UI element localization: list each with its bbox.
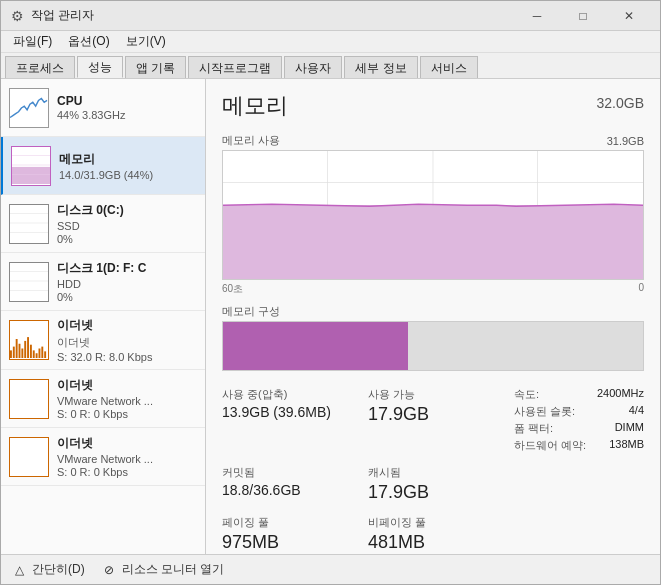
svg-rect-26 xyxy=(39,349,41,359)
cached-value: 17.9GB xyxy=(368,482,498,503)
ethernet3-mini-chart xyxy=(9,437,49,477)
svg-rect-18 xyxy=(16,339,18,358)
committed-label: 커밋됨 xyxy=(222,465,352,480)
bottombar: △ 간단히(D) ⊘ 리소스 모니터 열기 xyxy=(1,554,660,584)
svg-rect-27 xyxy=(41,347,43,358)
resource-monitor-label: 리소스 모니터 열기 xyxy=(122,561,225,578)
stat-cached: 캐시됨 17.9GB xyxy=(368,465,498,503)
ethernet1-label: 이더넷 xyxy=(57,317,197,334)
form-factor-row: 폼 팩터: DIMM xyxy=(514,421,644,436)
disk1-sidebar-info: 디스크 1(D: F: C HDD 0% xyxy=(57,260,197,303)
tab-app-history[interactable]: 앱 기록 xyxy=(125,56,186,78)
slots-row: 사용된 슬롯: 4/4 xyxy=(514,404,644,419)
svg-rect-25 xyxy=(36,353,38,358)
hardware-label: 하드웨어 예약: xyxy=(514,438,586,453)
form-factor-value: DIMM xyxy=(615,421,644,436)
maximize-button[interactable]: □ xyxy=(560,1,606,31)
speed-row: 속도: 2400MHz xyxy=(514,387,644,402)
resource-monitor-icon: ⊘ xyxy=(101,562,117,578)
cached-label: 캐시됨 xyxy=(368,465,498,480)
menu-options[interactable]: 옵션(O) xyxy=(60,31,117,52)
memory-usage-graph xyxy=(222,150,644,280)
nonpaged-label: 비페이징 풀 xyxy=(368,515,498,530)
disk0-mini-chart xyxy=(9,204,49,244)
tab-startup[interactable]: 시작프로그램 xyxy=(188,56,282,78)
ethernet3-speed: S: 0 R: 0 Kbps xyxy=(57,466,197,478)
simple-view-button[interactable]: △ 간단히(D) xyxy=(11,561,85,578)
ethernet1-sidebar-info: 이더넷 이더넷 S: 32.0 R: 8.0 Kbps xyxy=(57,317,197,363)
disk0-sidebar-info: 디스크 0(C:) SSD 0% xyxy=(57,202,197,245)
svg-rect-24 xyxy=(33,350,35,358)
svg-rect-0 xyxy=(10,89,48,127)
sidebar-item-disk1[interactable]: 디스크 1(D: F: C HDD 0% xyxy=(1,253,205,311)
sidebar-item-memory[interactable]: 메모리 14.0/31.9GB (44%) xyxy=(1,137,205,195)
stats-section: 사용 중(압축) 13.9GB (39.6MB) 사용 가능 17.9GB 속도… xyxy=(222,387,644,553)
stat-empty xyxy=(514,465,644,503)
memory-composition-section: 메모리 구성 xyxy=(222,304,644,371)
disk1-mini-chart xyxy=(9,262,49,302)
sidebar: CPU 44% 3.83GHz xyxy=(1,79,206,554)
ethernet2-speed: S: 0 R: 0 Kbps xyxy=(57,408,197,420)
sidebar-scroll[interactable]: CPU 44% 3.83GHz xyxy=(1,79,205,554)
tab-processes[interactable]: 프로세스 xyxy=(5,56,75,78)
ethernet3-label: 이더넷 xyxy=(57,435,197,452)
svg-rect-17 xyxy=(13,347,15,358)
disk1-usage: 0% xyxy=(57,291,197,303)
composition-label: 메모리 구성 xyxy=(222,304,644,319)
panel-header: 메모리 32.0GB xyxy=(222,91,644,121)
ethernet1-speed: S: 32.0 R: 8.0 Kbps xyxy=(57,351,197,363)
tab-users[interactable]: 사용자 xyxy=(284,56,342,78)
memory-label: 메모리 xyxy=(59,151,197,168)
ethernet2-sidebar-info: 이더넷 VMware Network ... S: 0 R: 0 Kbps xyxy=(57,377,197,420)
hardware-value: 138MB xyxy=(609,438,644,453)
resource-monitor-button[interactable]: ⊘ 리소스 모니터 열기 xyxy=(101,561,225,578)
sidebar-item-ethernet3[interactable]: 이더넷 VMware Network ... S: 0 R: 0 Kbps xyxy=(1,428,205,486)
svg-rect-23 xyxy=(30,345,32,358)
mem-standby-bar xyxy=(408,322,643,370)
ethernet1-mini-chart xyxy=(9,320,49,360)
sidebar-item-disk0[interactable]: 디스크 0(C:) SSD 0% xyxy=(1,195,205,253)
main-window: ⚙ 작업 관리자 ─ □ ✕ 파일(F) 옵션(O) 보기(V) 프로세스 성능… xyxy=(0,0,661,585)
available-value: 17.9GB xyxy=(368,404,498,425)
memory-mini-chart xyxy=(11,146,51,186)
ethernet3-type: VMware Network ... xyxy=(57,453,197,465)
tab-services[interactable]: 서비스 xyxy=(420,56,478,78)
cpu-usage: 44% 3.83GHz xyxy=(57,109,197,121)
current-usage-label: 31.9GB xyxy=(607,135,644,147)
svg-rect-21 xyxy=(24,341,26,358)
in-use-value: 13.9GB (39.6MB) xyxy=(222,404,352,420)
speed-value: 2400MHz xyxy=(597,387,644,402)
sidebar-item-ethernet1[interactable]: 이더넷 이더넷 S: 32.0 R: 8.0 Kbps xyxy=(1,311,205,370)
available-label: 사용 가능 xyxy=(368,387,498,402)
simple-view-label: 간단히(D) xyxy=(32,561,85,578)
svg-rect-28 xyxy=(44,351,46,358)
svg-rect-19 xyxy=(19,344,21,358)
svg-rect-30 xyxy=(10,437,48,475)
menubar: 파일(F) 옵션(O) 보기(V) xyxy=(1,31,660,53)
stat-committed: 커밋됨 18.8/36.6GB xyxy=(222,465,352,503)
ethernet2-label: 이더넷 xyxy=(57,377,197,394)
panel-title: 메모리 xyxy=(222,91,288,121)
disk1-label: 디스크 1(D: F: C xyxy=(57,260,197,277)
nonpaged-value: 481MB xyxy=(368,532,498,553)
sidebar-item-ethernet2[interactable]: 이더넷 VMware Network ... S: 0 R: 0 Kbps xyxy=(1,370,205,428)
paged-label: 페이징 풀 xyxy=(222,515,352,530)
ethernet2-mini-chart xyxy=(9,379,49,419)
tab-performance[interactable]: 성능 xyxy=(77,56,123,78)
window-title: 작업 관리자 xyxy=(31,7,514,24)
minimize-button[interactable]: ─ xyxy=(514,1,560,31)
tab-details[interactable]: 세부 정보 xyxy=(344,56,417,78)
slots-value: 4/4 xyxy=(629,404,644,419)
hardware-row: 하드웨어 예약: 138MB xyxy=(514,438,644,453)
sidebar-item-cpu[interactable]: CPU 44% 3.83GHz xyxy=(1,79,205,137)
cpu-mini-chart xyxy=(9,88,49,128)
menu-view[interactable]: 보기(V) xyxy=(118,31,174,52)
stat-detail-right: 속도: 2400MHz 사용된 슬롯: 4/4 폼 팩터: DIMM 하드웨어 … xyxy=(514,387,644,453)
close-button[interactable]: ✕ xyxy=(606,1,652,31)
menu-file[interactable]: 파일(F) xyxy=(5,31,60,52)
committed-value: 18.8/36.6GB xyxy=(222,482,352,498)
speed-label: 속도: xyxy=(514,387,539,402)
main-content: CPU 44% 3.83GHz xyxy=(1,79,660,554)
time-left: 60초 xyxy=(222,282,243,296)
in-use-label: 사용 중(압축) xyxy=(222,387,352,402)
